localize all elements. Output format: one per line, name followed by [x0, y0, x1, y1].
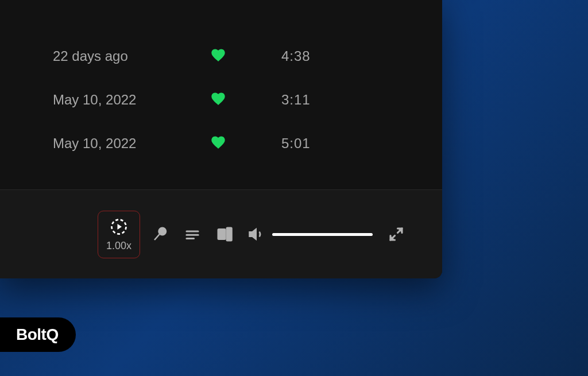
- connect-device-button[interactable]: [216, 226, 233, 243]
- volume-icon[interactable]: [248, 226, 265, 243]
- heart-icon[interactable]: [210, 47, 226, 65]
- playback-speed-button[interactable]: 1.00x: [98, 211, 140, 258]
- track-duration: 4:38: [258, 48, 311, 64]
- track-list: 22 days ago 4:38 May 10, 2022 3:11 May 1…: [0, 0, 442, 165]
- heart-icon[interactable]: [210, 134, 226, 153]
- fullscreen-button[interactable]: [388, 226, 405, 243]
- queue-button[interactable]: [184, 226, 201, 243]
- player-controls-right: [152, 226, 233, 243]
- brand-name: BoltQ: [16, 325, 59, 344]
- music-app-window: 22 days ago 4:38 May 10, 2022 3:11 May 1…: [0, 0, 442, 278]
- playback-speed-label: 1.00x: [106, 240, 131, 252]
- lyrics-mic-button[interactable]: [152, 226, 169, 243]
- svg-point-8: [228, 236, 230, 238]
- brand-badge: BoltQ: [0, 317, 76, 352]
- track-row[interactable]: 22 days ago 4:38: [0, 34, 442, 78]
- playback-speed-icon: [110, 218, 127, 235]
- player-bar: 1.00x: [0, 189, 442, 278]
- svg-point-1: [159, 228, 167, 235]
- track-duration: 5:01: [258, 135, 311, 152]
- track-date: 22 days ago: [0, 48, 178, 64]
- svg-line-2: [154, 234, 160, 240]
- svg-rect-6: [218, 229, 226, 239]
- track-row[interactable]: May 10, 2022 5:01: [0, 122, 442, 165]
- track-row[interactable]: May 10, 2022 3:11: [0, 78, 442, 122]
- volume-control: [248, 226, 373, 243]
- track-date: May 10, 2022: [0, 135, 178, 152]
- track-date: May 10, 2022: [0, 92, 178, 108]
- volume-slider[interactable]: [272, 233, 373, 236]
- heart-icon[interactable]: [210, 91, 226, 109]
- track-duration: 3:11: [258, 92, 311, 108]
